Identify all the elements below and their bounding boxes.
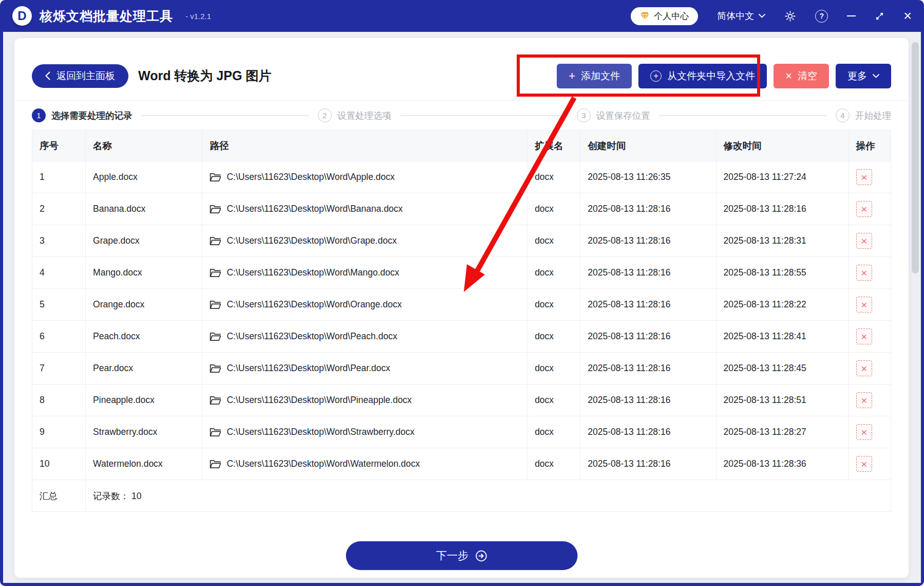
expand-icon [875, 11, 884, 21]
cell-extension: docx [527, 416, 580, 448]
delete-row-button[interactable]: × [856, 297, 872, 313]
cell-created: 2025-08-13 11:28:16 [580, 448, 716, 480]
scrollbar-track[interactable] [910, 34, 920, 581]
file-table: 序号名称路径扩展名创建时间修改时间操作 1Apple.docxC:\Users\… [32, 130, 891, 512]
delete-row-button[interactable]: × [856, 201, 872, 217]
cell-operation: × [848, 384, 891, 416]
delete-row-button[interactable]: × [856, 392, 872, 408]
table-row: 8Pineapple.docxC:\Users\11623\Desktop\Wo… [32, 384, 891, 416]
cell-path: C:\Users\11623\Desktop\Word\Watermelon.d… [202, 448, 527, 480]
cell-name: Strawberry.docx [86, 416, 202, 448]
step-label: 开始处理 [855, 109, 891, 122]
cell-operation: × [848, 193, 891, 225]
import-from-folder-button[interactable]: + 从文件夹中导入文件 [638, 64, 767, 88]
path-text: C:\Users\11623\Desktop\Word\Mango.docx [227, 267, 399, 278]
step-1: 1选择需要处理的记录 [32, 108, 133, 122]
cell-name: Mango.docx [86, 257, 202, 289]
back-to-dashboard-button[interactable]: 返回到主面板 [32, 64, 128, 88]
folder-icon [210, 268, 221, 278]
close-icon: × [903, 9, 912, 23]
cell-operation: × [848, 416, 891, 448]
app-version: - v1.2.1 [185, 12, 211, 21]
delete-row-button[interactable]: × [856, 169, 872, 185]
step-3: 3设置保存位置 [577, 108, 650, 122]
language-selector[interactable]: 简体中文 [717, 10, 765, 22]
cell-index: 3 [32, 225, 86, 257]
cell-modified: 2025-08-13 11:28:45 [716, 353, 848, 384]
path-text: C:\Users\11623\Desktop\Word\Watermelon.d… [227, 459, 420, 469]
titlebar-actions: 个人中心 简体中文 ? [631, 7, 912, 25]
add-files-label: 添加文件 [581, 69, 620, 83]
resize-button[interactable] [875, 11, 884, 21]
titlebar: D 核烁文档批量处理工具 - v1.2.1 个人中心 简体中文 [0, 0, 924, 32]
close-button[interactable]: × [903, 9, 912, 23]
page-title: Word 转换为 JPG 图片 [138, 67, 271, 84]
clear-label: 清空 [798, 69, 817, 83]
folder-icon [210, 364, 221, 373]
column-header: 操作 [848, 131, 891, 161]
clear-x-icon: × [785, 70, 792, 82]
cell-created: 2025-08-13 11:28:16 [580, 321, 716, 353]
delete-row-button[interactable]: × [856, 424, 872, 440]
delete-row-button[interactable]: × [856, 265, 872, 281]
folder-icon [210, 205, 221, 214]
scrollbar-thumb[interactable] [912, 42, 919, 273]
step-label: 设置处理选项 [337, 109, 391, 122]
add-files-button[interactable]: + 添加文件 [557, 64, 632, 88]
table-row: 10Watermelon.docxC:\Users\11623\Desktop\… [32, 448, 891, 480]
path-text: C:\Users\11623\Desktop\Word\Grape.docx [227, 235, 397, 246]
app-window: D 核烁文档批量处理工具 - v1.2.1 个人中心 简体中文 [0, 0, 924, 586]
cell-name: Banana.docx [86, 193, 202, 225]
card-header: 返回到主面板 Word 转换为 JPG 图片 + 添加文件 + 从文件夹中导入文… [14, 38, 909, 101]
summary-record-count: 记录数： 10 [86, 480, 891, 512]
cell-modified: 2025-08-13 11:28:31 [716, 225, 848, 257]
cell-operation: × [848, 321, 891, 353]
more-button[interactable]: 更多 [836, 64, 891, 88]
help-glyph: ? [819, 12, 824, 20]
column-header: 名称 [86, 131, 202, 161]
step-label: 选择需要处理的记录 [51, 109, 133, 122]
cell-extension: docx [527, 384, 580, 416]
cell-index: 6 [32, 321, 86, 353]
user-center-button[interactable]: 个人中心 [631, 7, 698, 25]
delete-row-button[interactable]: × [856, 456, 872, 472]
cell-modified: 2025-08-13 11:28:41 [716, 321, 848, 353]
cell-index: 1 [32, 161, 86, 193]
language-label: 简体中文 [717, 10, 754, 22]
column-header: 扩展名 [527, 131, 580, 161]
settings-gear-icon[interactable] [784, 10, 796, 22]
cell-name: Orange.docx [86, 289, 202, 321]
cell-path: C:\Users\11623\Desktop\Word\Apple.docx [202, 161, 527, 193]
logo-letter: D [17, 9, 26, 23]
cell-index: 4 [32, 257, 86, 289]
cell-operation: × [848, 289, 891, 321]
cell-index: 9 [32, 416, 86, 448]
next-step-label: 下一步 [436, 548, 468, 563]
cell-extension: docx [527, 161, 580, 193]
cell-name: Grape.docx [86, 225, 202, 257]
clear-button[interactable]: × 清空 [774, 64, 829, 88]
step-connector [141, 115, 309, 116]
column-header: 路径 [202, 131, 527, 161]
next-step-button[interactable]: 下一步 [346, 541, 577, 570]
cell-created: 2025-08-13 11:26:35 [580, 161, 716, 193]
cell-created: 2025-08-13 11:28:16 [580, 416, 716, 448]
cell-index: 2 [32, 193, 86, 225]
delete-row-button[interactable]: × [856, 360, 872, 376]
step-4: 4开始处理 [836, 108, 891, 122]
circle-plus-icon: + [650, 70, 662, 82]
column-header: 修改时间 [716, 131, 848, 161]
minimize-button[interactable] [847, 15, 856, 16]
cell-path: C:\Users\11623\Desktop\Word\Pineapple.do… [202, 384, 527, 416]
table-row: 3Grape.docxC:\Users\11623\Desktop\Word\G… [32, 225, 891, 257]
chevron-left-icon [45, 71, 50, 80]
back-label: 返回到主面板 [56, 69, 115, 83]
cell-operation: × [848, 257, 891, 289]
delete-row-button[interactable]: × [856, 233, 872, 249]
path-text: C:\Users\11623\Desktop\Word\Orange.docx [227, 299, 402, 310]
arrow-right-circle-icon [475, 550, 487, 562]
help-icon[interactable]: ? [815, 10, 828, 23]
delete-row-button[interactable]: × [856, 328, 872, 344]
step-number: 2 [318, 108, 332, 122]
path-text: C:\Users\11623\Desktop\Word\Apple.docx [227, 172, 394, 182]
